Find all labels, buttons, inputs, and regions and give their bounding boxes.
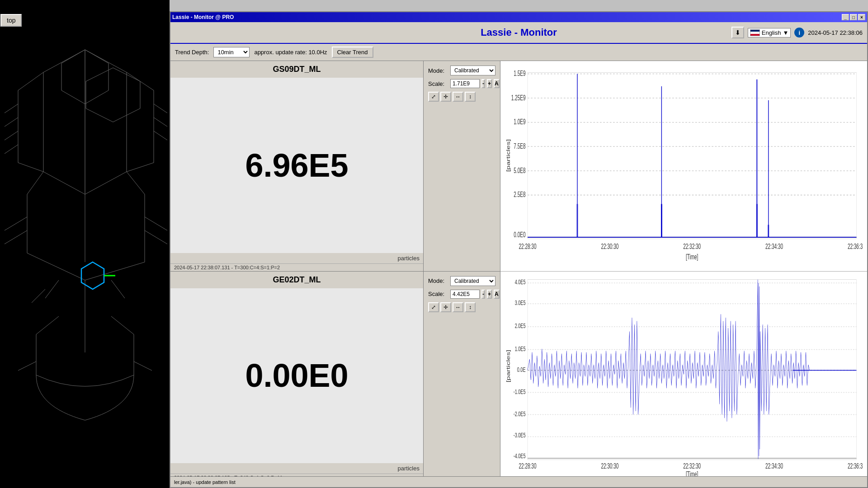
svg-text:22:32:30: 22:32:30 — [683, 242, 701, 250]
scale-input-1[interactable] — [450, 79, 480, 88]
scale-minus-2[interactable]: - — [481, 290, 485, 299]
svg-line-31 — [111, 316, 134, 334]
chart-svg-2: 4.0E5 3.0E5 2.0E5 1.0E5 0.0E -1.0E5 -2.0… — [505, 276, 863, 477]
clear-trend-button[interactable]: Clear Trend — [332, 47, 373, 58]
status-text: ler.java) - update pattern list — [174, 479, 236, 485]
svg-line-20 — [127, 172, 145, 194]
chevron-down-icon: ▼ — [783, 29, 788, 36]
control-panel-2: Mode: Calibrated Raw Scale: - + A ⤢ ✛ — [424, 272, 500, 482]
fullscreen-icon-1[interactable]: ⤢ — [428, 92, 439, 102]
minimize-btn[interactable]: _ — [842, 14, 849, 20]
trend-depth-select[interactable]: 10min 1min 5min 30min 1h 6h — [213, 47, 250, 57]
svg-text:1.5E9: 1.5E9 — [514, 69, 525, 77]
sensor1-name: GS09DT_ML — [170, 61, 423, 78]
svg-line-36 — [111, 280, 125, 298]
svg-line-29 — [36, 316, 59, 334]
svg-line-34 — [134, 361, 152, 371]
chart-container-2: 4.0E5 3.0E5 2.0E5 1.0E5 0.0E -1.0E5 -2.0… — [500, 272, 867, 482]
sensor1-timestamp: 2024-05-17 22:38:07.131 - T=300:C=4:S=1:… — [170, 263, 423, 271]
svg-line-4 — [18, 72, 43, 90]
stop-button[interactable]: top — [0, 14, 22, 27]
sensor1-value-area: 6.96E5 — [170, 78, 423, 253]
app-title: Lassie - Monitor — [481, 27, 557, 38]
scale-auto-1[interactable]: A — [494, 79, 500, 88]
info-button[interactable]: i — [794, 28, 804, 38]
vertical-icon-1[interactable]: ↕ — [465, 92, 476, 102]
language-select[interactable]: English ▼ — [748, 28, 791, 38]
export-button[interactable]: ⬇ — [731, 27, 744, 38]
svg-line-12 — [5, 131, 18, 140]
crosshair-icon-1[interactable]: ✛ — [440, 92, 451, 102]
svg-text:[particles]: [particles] — [506, 350, 511, 382]
flag-icon — [750, 29, 760, 36]
scale-input-2[interactable] — [450, 290, 480, 299]
vertical-icon-2[interactable]: ↕ — [465, 302, 476, 312]
info-icon: i — [798, 29, 800, 36]
sensor2-name: GE02DT_ML — [170, 272, 423, 288]
trend-depth-label: Trend Depth: — [175, 49, 209, 56]
crosshair-icon-2[interactable]: ✛ — [440, 302, 451, 312]
sensor-panels: GS09DT_ML 6.96E5 particles 2024-05-17 22… — [170, 61, 424, 482]
mode-select-1[interactable]: Calibrated Raw — [450, 66, 495, 75]
scale-row-1: Scale: - + A — [428, 79, 495, 88]
svg-text:2.5E8: 2.5E8 — [514, 190, 525, 198]
svg-line-22 — [27, 253, 85, 280]
svg-line-16 — [154, 131, 167, 140]
mode-select-2[interactable]: Calibrated Raw — [450, 276, 495, 286]
svg-text:-1.0E5: -1.0E5 — [514, 388, 526, 395]
svg-line-25 — [5, 217, 27, 230]
app-header: Lassie - Monitor ⬇ English ▼ i 2024-05-1… — [170, 22, 867, 44]
chart-svg-1: 1.5E9 1.25E9 1.0E9 7.5E8 5.0E8 2.5E8 0.0… — [505, 66, 863, 267]
main-window: Lassie - Monitor @ PRO _ □ × Lassie - Mo… — [170, 11, 868, 488]
svg-text:22:30:30: 22:30:30 — [601, 242, 618, 250]
horizontal-icon-1[interactable]: ↔ — [453, 92, 463, 102]
svg-text:22:32:30: 22:32:30 — [683, 461, 701, 470]
scale-minus-1[interactable]: - — [481, 79, 485, 88]
svg-line-6 — [18, 163, 43, 172]
svg-line-13 — [5, 145, 18, 154]
content-area: GS09DT_ML 6.96E5 particles 2024-05-17 22… — [170, 61, 867, 482]
svg-text:22:34:30: 22:34:30 — [765, 242, 783, 250]
update-rate-label: approx. update rate: 10.0Hz — [254, 49, 327, 56]
svg-text:3.0E5: 3.0E5 — [515, 299, 526, 306]
svg-text:[Time]: [Time] — [686, 252, 698, 261]
scale-plus-1[interactable]: + — [487, 79, 492, 88]
mode-row-2: Mode: Calibrated Raw — [428, 276, 495, 286]
sensor2-value: 0.00E0 — [245, 357, 348, 394]
close-btn[interactable]: × — [858, 14, 865, 20]
svg-line-15 — [154, 117, 167, 127]
svg-text:1.0E5: 1.0E5 — [515, 345, 526, 352]
svg-line-27 — [145, 217, 167, 230]
scale-label-1: Scale: — [428, 80, 448, 87]
horizontal-icon-2[interactable]: ↔ — [453, 302, 463, 312]
sensor-panel-1: GS09DT_ML 6.96E5 particles 2024-05-17 22… — [170, 61, 423, 272]
svg-line-26 — [5, 230, 27, 244]
header-right: ⬇ English ▼ i 2024-05-17 22:38:06 — [731, 27, 863, 38]
scale-auto-2[interactable]: A — [494, 290, 500, 299]
svg-text:1.0E9: 1.0E9 — [514, 117, 525, 126]
svg-text:22:36:30: 22:36:30 — [848, 461, 863, 470]
svg-text:22:34:30: 22:34:30 — [765, 461, 783, 470]
svg-text:1.25E9: 1.25E9 — [511, 93, 526, 102]
scale-label-2: Scale: — [428, 291, 448, 297]
fullscreen-icon-2[interactable]: ⤢ — [428, 302, 439, 312]
svg-text:0.0E0: 0.0E0 — [514, 230, 525, 239]
svg-line-35 — [45, 280, 59, 298]
restore-btn[interactable]: □ — [850, 14, 857, 20]
svg-text:0.0E: 0.0E — [517, 366, 526, 373]
svg-line-14 — [154, 104, 167, 113]
language-label: English — [762, 29, 781, 36]
svg-line-28 — [145, 230, 167, 244]
scale-plus-2[interactable]: + — [487, 290, 492, 299]
mode-label-2: Mode: — [428, 277, 448, 284]
svg-text:22:28:30: 22:28:30 — [519, 242, 537, 250]
mode-row-1: Mode: Calibrated Raw — [428, 66, 495, 75]
export-icon: ⬇ — [735, 29, 741, 36]
svg-text:-4.0E5: -4.0E5 — [514, 452, 526, 460]
svg-line-11 — [5, 117, 18, 127]
controls-panels: Mode: Calibrated Raw Scale: - + A ⤢ ✛ — [424, 61, 500, 482]
icon-row-1: ⤢ ✛ ↔ ↕ — [428, 92, 495, 102]
svg-text:-3.0E5: -3.0E5 — [514, 431, 526, 439]
svg-text:7.5E8: 7.5E8 — [514, 141, 525, 150]
sensor1-unit: particles — [170, 253, 423, 263]
